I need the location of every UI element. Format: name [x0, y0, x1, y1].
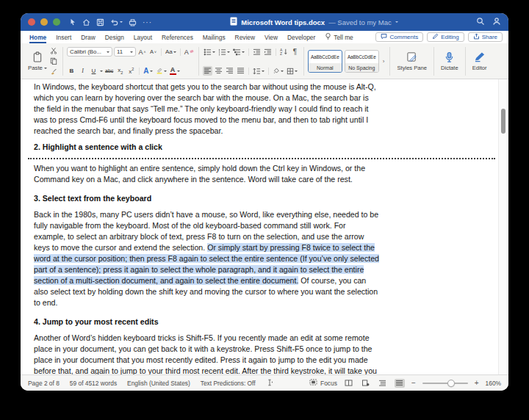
paragraph-select-keyboard: Back in the 1980s, many PC users didn’t …: [34, 209, 379, 308]
change-case-button[interactable]: Aa: [165, 47, 177, 57]
underline-button[interactable]: U: [89, 66, 98, 76]
vertical-scrollbar[interactable]: [501, 109, 505, 134]
paste-button[interactable]: Paste: [26, 51, 48, 71]
zoom-slider-thumb[interactable]: [447, 380, 455, 387]
pointer-icon[interactable]: [69, 18, 76, 26]
page-break-dotted-line: [28, 158, 495, 159]
paragraph-search-bar: In Windows, the keyboard shortcut that g…: [34, 82, 379, 137]
document-canvas[interactable]: In Windows, the keyboard shortcut that g…: [21, 79, 508, 374]
show-paragraph-marks-button[interactable]: ¶: [290, 47, 300, 57]
view-draft-button[interactable]: [395, 379, 405, 388]
page-count[interactable]: Page 2 of 8: [28, 380, 60, 387]
title-dropdown-caret[interactable]: [395, 21, 398, 23]
grow-font-button[interactable]: A˄: [137, 47, 147, 57]
home-icon[interactable]: [82, 18, 90, 26]
view-outline-button[interactable]: [378, 379, 388, 388]
text-effects-button[interactable]: A: [143, 66, 153, 76]
superscript-button[interactable]: x2: [126, 66, 136, 76]
focus-icon: [309, 379, 317, 387]
paste-dropdown-caret[interactable]: [44, 68, 47, 69]
tab-references[interactable]: References: [162, 31, 193, 43]
editor-button[interactable]: Editor: [469, 46, 490, 77]
tab-review[interactable]: Review: [235, 31, 255, 43]
zoom-in-button[interactable]: +: [475, 379, 479, 387]
shrink-font-button[interactable]: A˅: [148, 47, 158, 57]
highlighter-icon: [156, 67, 163, 76]
print-icon[interactable]: [129, 18, 137, 26]
line-spacing-button[interactable]: [252, 66, 265, 76]
copy-icon[interactable]: [50, 57, 57, 66]
borders-button[interactable]: [286, 66, 298, 76]
share-label: Share: [482, 34, 497, 40]
saved-status[interactable]: — Saved to my Mac: [328, 18, 392, 26]
comments-button[interactable]: Comments: [375, 32, 423, 42]
zoom-out-button[interactable]: −: [411, 379, 416, 387]
style-normal-label: Normal: [309, 63, 342, 72]
tab-draw[interactable]: Draw: [81, 31, 96, 43]
multilevel-list-button[interactable]: [232, 47, 245, 57]
format-painter-icon[interactable]: [50, 68, 57, 76]
zoom-window-button[interactable]: [53, 18, 60, 26]
italic-button[interactable]: I: [78, 66, 87, 76]
bold-button[interactable]: B: [67, 66, 76, 76]
undo-dropdown-caret[interactable]: [120, 21, 123, 23]
more-commands-icon[interactable]: ···: [143, 18, 152, 26]
decrease-indent-button[interactable]: [252, 47, 262, 57]
document-text: In Windows, the keyboard shortcut that g…: [34, 82, 379, 374]
highlight-button[interactable]: [155, 66, 168, 76]
font-color-button[interactable]: A: [169, 66, 181, 76]
tab-insert[interactable]: Insert: [56, 31, 71, 43]
word-count[interactable]: 59 of 4512 words: [70, 380, 117, 387]
share-icon: [473, 33, 480, 41]
clear-formatting-button[interactable]: A: [184, 47, 195, 57]
language-status[interactable]: English (United States): [127, 380, 190, 387]
search-icon[interactable]: [476, 15, 485, 29]
numbering-button[interactable]: [217, 47, 231, 57]
paragraph-highlight-sentence: When you want to highlight an entire sen…: [34, 163, 379, 185]
shading-button[interactable]: [272, 66, 284, 76]
font-name-combo[interactable]: Calibri (Bo...: [67, 47, 112, 57]
heading-2: 2. Highlight a sentence with a click: [34, 142, 379, 153]
lightbulb-icon: [325, 32, 331, 42]
save-icon[interactable]: [96, 18, 104, 26]
close-window-button[interactable]: [28, 18, 35, 26]
zoom-percentage[interactable]: 160%: [486, 380, 501, 387]
text-predictions-status[interactable]: Text Predictions: Off: [201, 380, 256, 387]
account-icon[interactable]: [492, 15, 501, 29]
style-normal[interactable]: AaBbCcDdEe Normal: [308, 50, 342, 73]
cut-icon[interactable]: [50, 47, 57, 56]
dictate-button[interactable]: Dictate: [438, 46, 461, 77]
text-cursor-icon[interactable]: [266, 379, 273, 388]
tell-me-button[interactable]: Tell me: [325, 31, 353, 43]
justify-button[interactable]: [236, 66, 245, 76]
tab-home[interactable]: Home: [29, 31, 46, 43]
tab-developer[interactable]: Developer: [287, 31, 315, 43]
style-no-spacing[interactable]: AaBbCcDdEe No Spacing: [345, 50, 379, 73]
styles-gallery-expand[interactable]: ›: [383, 58, 385, 65]
increase-indent-button[interactable]: [263, 47, 273, 57]
title-bar: ··· Microsoft Word tips.docx — Saved to …: [21, 13, 508, 31]
tab-mailings[interactable]: Mailings: [203, 31, 226, 43]
styles-pane-button[interactable]: Styles Pane: [394, 46, 430, 77]
tab-design[interactable]: Design: [105, 31, 124, 43]
zoom-slider[interactable]: [422, 383, 468, 384]
tab-layout[interactable]: Layout: [134, 31, 152, 43]
tab-view[interactable]: View: [264, 31, 278, 43]
underline-caret[interactable]: [100, 70, 103, 72]
sort-button[interactable]: AZ: [279, 47, 289, 57]
minimize-window-button[interactable]: [40, 18, 48, 26]
align-center-button[interactable]: [214, 66, 223, 76]
strikethrough-button[interactable]: abc: [104, 66, 114, 76]
bullets-button[interactable]: [203, 47, 216, 57]
focus-mode-button[interactable]: Focus: [309, 379, 337, 387]
share-button[interactable]: Share: [468, 32, 503, 42]
font-size-combo[interactable]: 11: [114, 47, 136, 57]
editing-button[interactable]: Editing: [427, 32, 464, 42]
quick-access-toolbar: ···: [69, 18, 152, 26]
undo-button[interactable]: [110, 18, 123, 26]
align-right-button[interactable]: [225, 66, 234, 76]
view-read-mode-button[interactable]: [344, 379, 354, 388]
align-left-button[interactable]: [203, 66, 212, 76]
subscript-button[interactable]: x2: [115, 66, 125, 76]
view-print-layout-button[interactable]: [361, 379, 371, 388]
